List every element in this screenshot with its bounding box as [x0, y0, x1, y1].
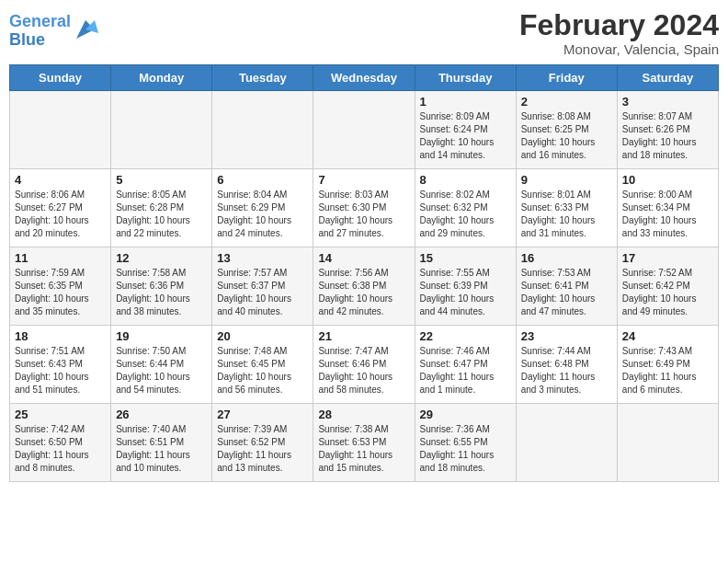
day-info: Sunrise: 8:08 AM Sunset: 6:25 PM Dayligh…: [521, 110, 612, 162]
day-info: Sunrise: 7:52 AM Sunset: 6:42 PM Dayligh…: [622, 267, 713, 318]
day-info: Sunrise: 8:02 AM Sunset: 6:32 PM Dayligh…: [420, 189, 511, 240]
calendar-cell: 16Sunrise: 7:53 AM Sunset: 6:41 PM Dayli…: [516, 247, 617, 326]
day-info: Sunrise: 7:55 AM Sunset: 6:39 PM Dayligh…: [420, 267, 511, 318]
calendar-cell: 17Sunrise: 7:52 AM Sunset: 6:42 PM Dayli…: [617, 247, 718, 326]
day-of-week-header: Monday: [111, 65, 212, 91]
day-info: Sunrise: 7:56 AM Sunset: 6:38 PM Dayligh…: [318, 267, 409, 318]
day-number: 17: [622, 251, 713, 265]
day-number: 13: [217, 251, 308, 265]
logo: General Blue: [9, 13, 98, 50]
day-number: 27: [217, 408, 308, 421]
calendar-cell: 27Sunrise: 7:39 AM Sunset: 6:52 PM Dayli…: [212, 404, 313, 482]
logo-text: General Blue: [9, 13, 71, 50]
calendar-cell: 4Sunrise: 8:06 AM Sunset: 6:27 PM Daylig…: [10, 169, 111, 247]
calendar-cell: 9Sunrise: 8:01 AM Sunset: 6:33 PM Daylig…: [516, 169, 617, 247]
subtitle: Monovar, Valencia, Spain: [519, 41, 719, 57]
calendar-week-row: 18Sunrise: 7:51 AM Sunset: 6:43 PM Dayli…: [10, 326, 719, 404]
calendar-week-row: 1Sunrise: 8:09 AM Sunset: 6:24 PM Daylig…: [10, 91, 719, 169]
calendar-cell: 8Sunrise: 8:02 AM Sunset: 6:32 PM Daylig…: [415, 169, 516, 247]
calendar-week-row: 11Sunrise: 7:59 AM Sunset: 6:35 PM Dayli…: [10, 247, 719, 326]
day-of-week-header: Wednesday: [313, 65, 415, 91]
day-number: 9: [521, 173, 612, 187]
day-info: Sunrise: 8:05 AM Sunset: 6:28 PM Dayligh…: [116, 189, 207, 240]
calendar-cell: 22Sunrise: 7:46 AM Sunset: 6:47 PM Dayli…: [415, 326, 516, 404]
day-info: Sunrise: 7:48 AM Sunset: 6:45 PM Dayligh…: [217, 345, 308, 396]
day-number: 4: [15, 173, 106, 187]
calendar-cell: 7Sunrise: 8:03 AM Sunset: 6:30 PM Daylig…: [313, 169, 415, 247]
day-info: Sunrise: 7:50 AM Sunset: 6:44 PM Dayligh…: [116, 345, 207, 396]
calendar-cell: [516, 404, 617, 482]
logo-line1: General: [9, 12, 71, 30]
calendar-cell: [111, 91, 212, 169]
day-number: 24: [622, 329, 713, 343]
calendar-cell: 2Sunrise: 8:08 AM Sunset: 6:25 PM Daylig…: [516, 91, 617, 169]
day-number: 10: [622, 173, 713, 187]
calendar-cell: 28Sunrise: 7:38 AM Sunset: 6:53 PM Dayli…: [313, 404, 415, 482]
day-info: Sunrise: 8:06 AM Sunset: 6:27 PM Dayligh…: [15, 189, 106, 240]
calendar-cell: 19Sunrise: 7:50 AM Sunset: 6:44 PM Dayli…: [111, 326, 212, 404]
logo-line2: Blue: [9, 30, 45, 49]
day-of-week-header: Sunday: [10, 65, 111, 91]
calendar-cell: 15Sunrise: 7:55 AM Sunset: 6:39 PM Dayli…: [415, 247, 516, 326]
calendar-cell: 13Sunrise: 7:57 AM Sunset: 6:37 PM Dayli…: [212, 247, 313, 326]
header: General Blue February 2024 Monovar, Vale…: [9, 9, 719, 57]
day-info: Sunrise: 8:03 AM Sunset: 6:30 PM Dayligh…: [318, 189, 409, 240]
calendar-cell: [212, 91, 313, 169]
day-number: 25: [15, 408, 106, 421]
calendar-cell: 18Sunrise: 7:51 AM Sunset: 6:43 PM Dayli…: [10, 326, 111, 404]
calendar-cell: 3Sunrise: 8:07 AM Sunset: 6:26 PM Daylig…: [617, 91, 718, 169]
day-of-week-header: Saturday: [617, 65, 718, 91]
day-number: 21: [318, 329, 409, 343]
calendar-cell: 1Sunrise: 8:09 AM Sunset: 6:24 PM Daylig…: [415, 91, 516, 169]
day-info: Sunrise: 7:44 AM Sunset: 6:48 PM Dayligh…: [521, 345, 612, 396]
calendar-week-row: 4Sunrise: 8:06 AM Sunset: 6:27 PM Daylig…: [10, 169, 719, 247]
logo-icon: [73, 17, 98, 42]
day-info: Sunrise: 7:40 AM Sunset: 6:51 PM Dayligh…: [116, 423, 207, 475]
day-number: 28: [318, 408, 409, 421]
day-number: 5: [116, 173, 207, 187]
day-number: 23: [521, 329, 612, 343]
day-number: 2: [521, 95, 612, 109]
day-info: Sunrise: 8:04 AM Sunset: 6:29 PM Dayligh…: [217, 189, 308, 240]
day-number: 1: [420, 95, 511, 109]
day-of-week-header: Friday: [516, 65, 617, 91]
calendar-cell: 20Sunrise: 7:48 AM Sunset: 6:45 PM Dayli…: [212, 326, 313, 404]
day-info: Sunrise: 8:01 AM Sunset: 6:33 PM Dayligh…: [521, 189, 612, 240]
calendar-cell: 21Sunrise: 7:47 AM Sunset: 6:46 PM Dayli…: [313, 326, 415, 404]
day-info: Sunrise: 7:43 AM Sunset: 6:49 PM Dayligh…: [622, 345, 713, 396]
day-number: 3: [622, 95, 713, 109]
day-info: Sunrise: 8:07 AM Sunset: 6:26 PM Dayligh…: [622, 110, 713, 162]
day-info: Sunrise: 7:47 AM Sunset: 6:46 PM Dayligh…: [318, 345, 409, 396]
day-number: 22: [420, 329, 511, 343]
day-info: Sunrise: 7:58 AM Sunset: 6:36 PM Dayligh…: [116, 267, 207, 318]
day-number: 18: [15, 329, 106, 343]
calendar-cell: 23Sunrise: 7:44 AM Sunset: 6:48 PM Dayli…: [516, 326, 617, 404]
calendar-cell: 26Sunrise: 7:40 AM Sunset: 6:51 PM Dayli…: [111, 404, 212, 482]
day-info: Sunrise: 7:59 AM Sunset: 6:35 PM Dayligh…: [15, 267, 106, 318]
day-number: 7: [318, 173, 409, 187]
day-info: Sunrise: 7:51 AM Sunset: 6:43 PM Dayligh…: [15, 345, 106, 396]
day-of-week-header: Tuesday: [212, 65, 313, 91]
calendar-cell: 11Sunrise: 7:59 AM Sunset: 6:35 PM Dayli…: [10, 247, 111, 326]
day-info: Sunrise: 7:39 AM Sunset: 6:52 PM Dayligh…: [217, 423, 308, 475]
calendar-header-row: SundayMondayTuesdayWednesdayThursdayFrid…: [10, 65, 719, 91]
day-info: Sunrise: 8:00 AM Sunset: 6:34 PM Dayligh…: [622, 189, 713, 240]
day-number: 11: [15, 251, 106, 265]
day-info: Sunrise: 7:42 AM Sunset: 6:50 PM Dayligh…: [15, 423, 106, 475]
day-number: 6: [217, 173, 308, 187]
day-info: Sunrise: 7:53 AM Sunset: 6:41 PM Dayligh…: [521, 267, 612, 318]
calendar-cell: [617, 404, 718, 482]
title-block: February 2024 Monovar, Valencia, Spain: [519, 9, 719, 57]
day-info: Sunrise: 7:57 AM Sunset: 6:37 PM Dayligh…: [217, 267, 308, 318]
day-number: 12: [116, 251, 207, 265]
calendar-cell: 12Sunrise: 7:58 AM Sunset: 6:36 PM Dayli…: [111, 247, 212, 326]
calendar-table: SundayMondayTuesdayWednesdayThursdayFrid…: [9, 64, 719, 482]
day-number: 14: [318, 251, 409, 265]
calendar-week-row: 25Sunrise: 7:42 AM Sunset: 6:50 PM Dayli…: [10, 404, 719, 482]
calendar-cell: 10Sunrise: 8:00 AM Sunset: 6:34 PM Dayli…: [617, 169, 718, 247]
day-number: 26: [116, 408, 207, 421]
day-number: 20: [217, 329, 308, 343]
day-number: 8: [420, 173, 511, 187]
calendar-cell: 24Sunrise: 7:43 AM Sunset: 6:49 PM Dayli…: [617, 326, 718, 404]
calendar-cell: [313, 91, 415, 169]
